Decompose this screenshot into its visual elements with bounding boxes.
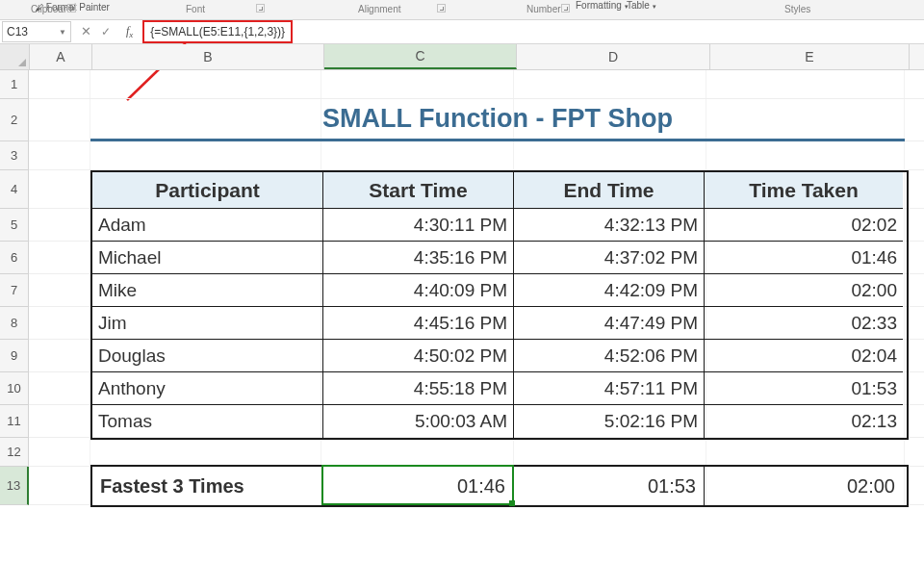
fastest-label[interactable]: Fastest 3 Times [92,467,323,505]
table-row: Douglas4:50:02 PM4:52:06 PM02:04 [92,340,907,372]
row-header[interactable]: 6 [0,242,29,274]
fastest-value[interactable]: 01:46 [323,467,514,505]
fastest-row: Fastest 3 Times 01:46 01:53 02:00 [90,465,909,507]
group-styles: Styles [784,4,810,14]
table-row: Tomas5:00:03 AM5:02:16 PM02:13 [92,405,907,438]
row-header[interactable]: 4 [0,170,29,209]
dialog-launcher-icon[interactable] [437,4,446,13]
group-number: Number [526,4,561,14]
formula-bar: C13 ▼ ✕ ✓ fx {=SMALL(E5:E11,{1,2,3})} [0,20,924,44]
th-start: Start Time [323,172,514,209]
group-font: Font [186,4,205,14]
formula-text: {=SMALL(E5:E11,{1,2,3})} [150,25,285,38]
group-alignment: Alignment [358,4,400,14]
dialog-launcher-icon[interactable] [561,4,570,13]
cells-area[interactable]: SMALL Function - FPT Shop Participant St… [29,70,924,505]
name-box-value: C13 [7,25,28,38]
name-box[interactable]: C13 ▼ [2,21,71,42]
cancel-icon[interactable]: ✕ [81,24,91,38]
row-header[interactable]: 9 [0,340,29,372]
format-as-table-button[interactable]: Table ▾ [627,0,656,11]
row-header[interactable]: 13 [0,467,29,505]
row-header[interactable]: 1 [0,70,29,99]
fastest-value[interactable]: 01:53 [514,467,705,505]
col-header[interactable]: B [92,44,324,69]
col-header[interactable]: D [517,44,710,69]
table-row: Mike4:40:09 PM4:42:09 PM02:00 [92,274,907,307]
dialog-launcher-icon[interactable] [256,4,265,13]
enter-icon[interactable]: ✓ [101,25,111,38]
th-taken: Time Taken [705,172,903,209]
row-header[interactable]: 2 [0,99,29,141]
table-row: Michael4:35:16 PM4:37:02 PM01:46 [92,242,907,274]
row-header[interactable]: 12 [0,438,29,467]
table-row: Anthony4:55:18 PM4:57:11 PM01:53 [92,372,907,405]
row-header[interactable]: 10 [0,372,29,405]
spreadsheet: A B C D E 1 2 3 4 5 6 7 8 9 10 11 12 13 [0,44,924,505]
select-all-corner[interactable] [0,44,30,69]
sheet-title: SMALL Function - FPT Shop [90,99,905,141]
row-header[interactable]: 3 [0,141,29,170]
th-end: End Time [514,172,705,209]
col-header[interactable]: E [710,44,910,69]
table-row: Adam4:30:11 PM4:32:13 PM02:02 [92,209,907,242]
row-header[interactable]: 8 [0,307,29,340]
table-row: Jim4:45:16 PM4:47:49 PM02:33 [92,307,907,340]
column-header-row: A B C D E [0,44,924,70]
chevron-down-icon[interactable]: ▼ [59,28,66,37]
col-header[interactable]: A [30,44,92,69]
row-header[interactable]: 11 [0,405,29,438]
formula-input[interactable]: {=SMALL(E5:E11,{1,2,3})} [142,20,293,43]
th-participant: Participant [92,172,323,209]
group-clipboard: Clipboard [31,4,72,14]
row-header[interactable]: 5 [0,209,29,242]
row-header-column: 1 2 3 4 5 6 7 8 9 10 11 12 13 [0,70,29,505]
col-header[interactable]: C [324,44,517,69]
dialog-launcher-icon[interactable] [67,4,76,13]
ribbon-fragment: 🖌 Format Painter Clipboard Font Alignmen… [0,0,924,20]
fx-icon[interactable]: fx [126,24,133,39]
data-table: Participant Start Time End Time Time Tak… [90,170,909,440]
fastest-value[interactable]: 02:00 [705,467,903,505]
conditional-formatting-button[interactable]: Formatting ▾ [576,0,629,11]
row-header[interactable]: 7 [0,274,29,307]
